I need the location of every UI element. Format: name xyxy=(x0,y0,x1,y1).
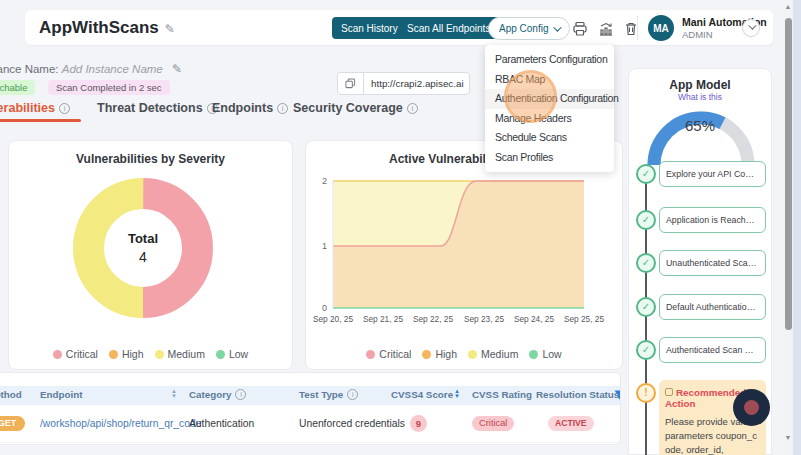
donut-total-value: 4 xyxy=(139,249,147,265)
menu-item-schedule-scans[interactable]: Schedule Scans xyxy=(485,128,614,148)
scan-history-button[interactable]: Scan History xyxy=(332,17,407,39)
critical-dot xyxy=(366,350,375,359)
filter-funnel-icon[interactable] xyxy=(614,390,621,401)
header-divider xyxy=(637,16,638,40)
reachable-badge: Reachable xyxy=(0,80,35,95)
info-icon[interactable]: i xyxy=(59,103,70,114)
legend-low[interactable]: Low xyxy=(216,348,248,360)
info-icon[interactable]: i xyxy=(407,103,418,114)
copy-url-icon[interactable] xyxy=(338,73,364,94)
legend-medium[interactable]: Medium xyxy=(468,348,518,360)
step-item[interactable]: Unauthenticated Scan Exe... xyxy=(659,250,766,276)
chevron-down-icon xyxy=(748,21,756,29)
vertical-scrollbar[interactable]: ▲ ▼ xyxy=(783,0,793,455)
svg-text:1: 1 xyxy=(322,241,327,251)
high-dot xyxy=(109,350,118,359)
app-config-menu: Parameters Configuration RBAC Map Authen… xyxy=(485,45,614,172)
menu-item-rbac-map[interactable]: RBAC Map xyxy=(485,70,614,90)
svg-text:Sep 20, 25: Sep 20, 25 xyxy=(313,314,354,324)
line-chart-legend: Critical High Medium Low xyxy=(306,348,622,360)
tab-threat-detections[interactable]: Threat Detectionsi xyxy=(97,101,218,115)
instance-name-row: Instance Name: Add Instance Name ✎ xyxy=(0,62,182,76)
tab-threat-detections-label: Threat Detections xyxy=(97,101,203,115)
legend-critical[interactable]: Critical xyxy=(53,348,98,360)
tab-vulnerabilities[interactable]: Vulnerabilitiesi xyxy=(0,101,70,115)
edit-title-icon[interactable]: ✎ xyxy=(165,22,175,36)
col-endpoint[interactable]: Endpoint xyxy=(40,389,82,400)
scrollbar-thumb[interactable] xyxy=(785,18,792,330)
vulnerabilities-table-card: Method Endpoint ▲▼ Categoryi Test Typei … xyxy=(0,372,621,445)
tab-security-coverage-label: Security Coverage xyxy=(293,101,403,115)
test-type-cell: Unenforced credentials xyxy=(299,418,405,429)
step-check-icon: ✓ xyxy=(636,210,656,230)
svg-text:Sep 22, 25: Sep 22, 25 xyxy=(413,314,454,324)
tab-endpoints[interactable]: Endpointsi xyxy=(212,101,288,115)
critical-dot xyxy=(53,350,62,359)
gauge-percent: 65% xyxy=(629,117,771,134)
menu-item-parameters-configuration[interactable]: Parameters Configuration xyxy=(485,50,614,70)
step-item[interactable]: Explore your API Composition xyxy=(659,161,766,187)
step-item[interactable]: Default Authentication Conf... xyxy=(659,294,766,320)
legend-medium-label: Medium xyxy=(481,348,518,360)
scan-all-endpoints-button[interactable]: Scan All Endpoints xyxy=(398,17,499,39)
legend-high-label: High xyxy=(122,348,144,360)
printer-icon[interactable] xyxy=(572,21,588,37)
sort-endpoint-icon[interactable]: ▲▼ xyxy=(168,389,177,401)
window-edge-strip xyxy=(793,0,801,455)
edit-instance-icon[interactable]: ✎ xyxy=(172,62,182,76)
what-is-this-link[interactable]: What is this xyxy=(629,92,771,102)
resolution-status-badge: ACTIVE xyxy=(548,416,594,431)
col-endpoint-label: Endpoint xyxy=(40,389,82,400)
legend-low[interactable]: Low xyxy=(529,348,561,360)
col-test-type[interactable]: Test Typei xyxy=(299,389,358,400)
col-resolution-status[interactable]: Resolution Status xyxy=(536,389,619,400)
menu-item-manage-headers[interactable]: Manage Headers xyxy=(485,109,614,129)
donut-center-label: Total 4 xyxy=(73,178,213,318)
analytics-report-icon[interactable] xyxy=(598,21,614,37)
menu-item-scan-profiles[interactable]: Scan Profiles xyxy=(485,148,614,168)
instance-name-placeholder[interactable]: Add Instance Name xyxy=(62,63,163,75)
tab-endpoints-label: Endpoints xyxy=(212,101,273,115)
user-avatar[interactable]: MA xyxy=(648,15,674,41)
info-icon[interactable]: i xyxy=(277,103,288,114)
col-cvss-rating[interactable]: CVSS Rating xyxy=(472,389,532,400)
low-dot xyxy=(529,350,538,359)
tab-vulnerabilities-label: Vulnerabilities xyxy=(0,101,55,115)
page-title: AppWithScans✎ xyxy=(39,18,175,38)
screen-record-button[interactable] xyxy=(733,389,770,426)
legend-low-label: Low xyxy=(229,348,248,360)
user-menu-chevron-button[interactable] xyxy=(742,19,760,37)
instance-name-label: Instance Name: xyxy=(0,63,59,75)
legend-critical-label: Critical xyxy=(66,348,98,360)
col-category[interactable]: Categoryi xyxy=(189,389,246,400)
svg-text:0: 0 xyxy=(322,303,327,313)
svg-text:2: 2 xyxy=(322,176,327,186)
col-test-type-label: Test Type xyxy=(299,389,343,400)
app-config-dropdown-button[interactable]: App Config xyxy=(488,17,570,40)
info-icon[interactable]: i xyxy=(235,389,246,400)
col-cvss4-score[interactable]: CVSS4 Score xyxy=(391,389,453,400)
legend-high[interactable]: High xyxy=(109,348,144,360)
donut-legend: Critical High Medium Low xyxy=(9,348,292,360)
table-row[interactable]: GET /workshop/api/shop/return_qr_code Au… xyxy=(0,405,620,443)
info-icon[interactable]: i xyxy=(347,389,358,400)
tab-security-coverage[interactable]: Security Coveragei xyxy=(293,101,418,115)
svg-text:Sep 25, 25: Sep 25, 25 xyxy=(564,314,605,324)
endpoint-link[interactable]: /workshop/api/shop/return_qr_code xyxy=(40,418,201,429)
step-item[interactable]: Application is Reachable xyxy=(659,207,766,233)
scroll-up-arrow[interactable]: ▲ xyxy=(783,3,793,10)
category-cell: Authentication xyxy=(189,418,254,429)
svg-text:Sep 23, 25: Sep 23, 25 xyxy=(464,314,505,324)
step-warning-icon: ! xyxy=(636,383,656,403)
legend-critical[interactable]: Critical xyxy=(366,348,411,360)
legend-medium[interactable]: Medium xyxy=(155,348,205,360)
dashboard-root: AppWithScans✎ Scan History Scan All Endp… xyxy=(0,0,801,455)
menu-item-authentication-configuration[interactable]: Authentication Configuration xyxy=(485,89,614,109)
active-tab-underline xyxy=(0,119,81,122)
scroll-down-arrow[interactable]: ▼ xyxy=(783,434,793,441)
step-item[interactable]: Authenticated Scan Executed xyxy=(659,337,766,363)
legend-high[interactable]: High xyxy=(422,348,457,360)
col-method[interactable]: Method xyxy=(0,389,22,400)
app-model-title: App Model xyxy=(629,78,771,92)
sort-cvss4-icon[interactable]: ▲▼ xyxy=(451,389,460,401)
